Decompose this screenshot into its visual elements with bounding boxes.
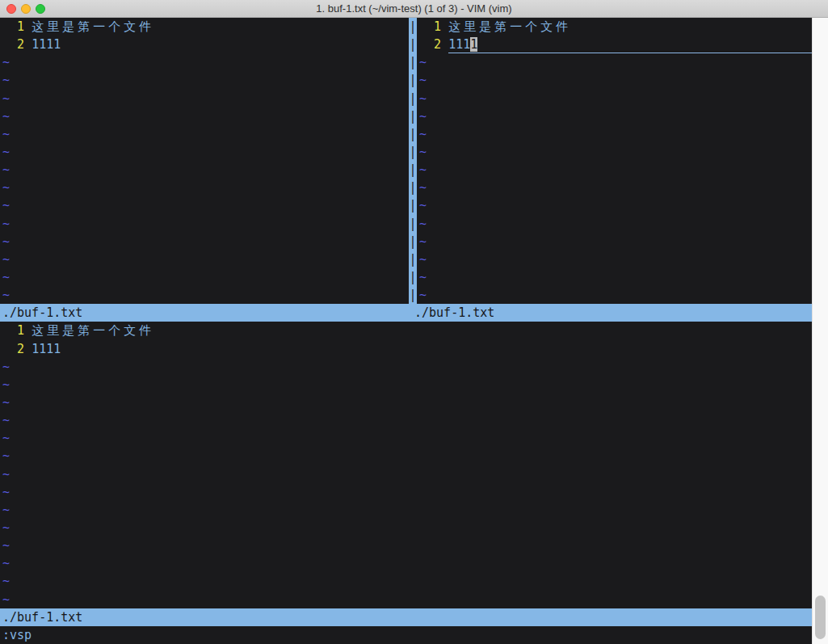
tilde-marker: ~ <box>0 411 812 429</box>
tilde-marker: ~ <box>417 286 812 304</box>
line-number: 2 <box>419 36 448 53</box>
buffer-line[interactable]: 2 1111 <box>417 36 812 53</box>
titlebar[interactable]: 1. buf-1.txt (~/vim-test) (1 of 3) - VIM… <box>0 0 828 18</box>
tilde-marker: ~ <box>0 161 409 179</box>
separator-bar-glyph: | <box>409 161 417 179</box>
tilde-marker: ~ <box>0 376 812 394</box>
tilde-marker: ~ <box>417 250 812 268</box>
buffer-line[interactable]: 2 1111 <box>0 340 812 358</box>
vim-editor[interactable]: 1 这里是第一个文件 2 1111~~~~~~~~~~~~~~ ||||||||… <box>0 18 812 644</box>
separator-bar-glyph: | <box>409 196 417 214</box>
tilde-marker: ~ <box>417 161 812 179</box>
tilde-marker: ~ <box>417 215 812 233</box>
statusline-top-left: ./buf-1.txt <box>0 304 412 322</box>
tilde-marker: ~ <box>0 554 812 572</box>
tilde-marker: ~ <box>0 465 812 483</box>
tilde-marker: ~ <box>417 196 812 214</box>
separator-bar-glyph: | <box>409 36 417 53</box>
tilde-marker: ~ <box>417 179 812 196</box>
tilde-marker: ~ <box>417 71 812 89</box>
tilde-marker: ~ <box>0 53 409 71</box>
line-number: 1 <box>419 18 448 36</box>
tilde-marker: ~ <box>0 429 812 447</box>
buffer-line[interactable]: 1 这里是第一个文件 <box>0 322 812 339</box>
tilde-marker: ~ <box>0 572 812 590</box>
tilde-marker: ~ <box>0 107 409 125</box>
separator-bar-glyph: | <box>409 233 417 250</box>
text-before-cursor: 111 <box>448 37 470 52</box>
separator-bar-glyph: | <box>409 90 417 107</box>
tilde-marker: ~ <box>0 125 409 143</box>
separator-bar-glyph: | <box>409 71 417 89</box>
statusline-top-right: ./buf-1.txt <box>412 304 812 322</box>
separator-bar-glyph: | <box>409 215 417 233</box>
vertical-split-separator[interactable]: |||||||||||||||| <box>409 18 417 304</box>
tilde-marker: ~ <box>417 233 812 250</box>
command-line[interactable]: :vsp <box>0 626 812 644</box>
separator-bar-glyph: | <box>409 53 417 71</box>
tilde-marker: ~ <box>417 107 812 125</box>
tilde-marker: ~ <box>0 519 812 537</box>
buffer-line[interactable]: 2 1111 <box>0 36 409 53</box>
tilde-marker: ~ <box>0 591 812 608</box>
separator-bar-glyph: | <box>409 107 417 125</box>
tilde-marker: ~ <box>0 447 812 465</box>
tilde-marker: ~ <box>0 250 409 268</box>
separator-bar-glyph: | <box>409 268 417 286</box>
tilde-marker: ~ <box>417 90 812 107</box>
line-text: 这里是第一个文件 <box>448 18 571 36</box>
vim-window-top-left[interactable]: 1 这里是第一个文件 2 1111~~~~~~~~~~~~~~ <box>0 18 409 304</box>
vim-app-window: 1. buf-1.txt (~/vim-test) (1 of 3) - VIM… <box>0 0 828 644</box>
line-text: 1111 <box>32 36 61 53</box>
window-controls <box>6 4 45 14</box>
separator-bar-glyph: | <box>409 143 417 161</box>
top-split: 1 这里是第一个文件 2 1111~~~~~~~~~~~~~~ ||||||||… <box>0 18 812 304</box>
cursor-block: 1 <box>470 37 477 52</box>
tilde-marker: ~ <box>0 233 409 250</box>
line-text: 这里是第一个文件 <box>32 322 154 339</box>
tilde-marker: ~ <box>0 268 409 286</box>
line-number: 2 <box>2 340 32 358</box>
vim-window-bottom[interactable]: 1 这里是第一个文件 2 1111~~~~~~~~~~~~~~ <box>0 322 812 608</box>
tilde-marker: ~ <box>0 196 409 214</box>
statusline-bottom: ./buf-1.txt <box>0 608 812 626</box>
tilde-marker: ~ <box>0 394 812 411</box>
separator-bar-glyph: | <box>409 18 417 36</box>
buffer-line[interactable]: 1 这里是第一个文件 <box>417 18 812 36</box>
vim-window-top-right[interactable]: 1 这里是第一个文件 2 1111~~~~~~~~~~~~~~ <box>417 18 812 304</box>
tilde-marker: ~ <box>0 537 812 554</box>
tilde-marker: ~ <box>417 268 812 286</box>
tilde-marker: ~ <box>0 179 409 196</box>
scrollbar-thumb[interactable] <box>815 596 826 639</box>
line-text: 1111 <box>32 340 61 358</box>
close-button[interactable] <box>6 4 16 14</box>
line-text: 1111 <box>448 36 812 53</box>
tilde-marker: ~ <box>417 125 812 143</box>
tilde-marker: ~ <box>0 358 812 376</box>
window-title: 1. buf-1.txt (~/vim-test) (1 of 3) - VIM… <box>0 2 828 15</box>
line-number: 2 <box>2 36 32 53</box>
tilde-marker: ~ <box>0 143 409 161</box>
separator-bar-glyph: | <box>409 179 417 196</box>
scrollbar[interactable] <box>812 18 828 644</box>
tilde-marker: ~ <box>0 71 409 89</box>
tilde-marker: ~ <box>0 215 409 233</box>
separator-bar-glyph: | <box>409 250 417 268</box>
line-number: 1 <box>2 18 32 36</box>
tilde-marker: ~ <box>0 286 409 304</box>
separator-bar-glyph: | <box>409 286 417 304</box>
line-number: 1 <box>2 322 32 339</box>
tilde-marker: ~ <box>0 483 812 501</box>
minimize-button[interactable] <box>21 4 31 14</box>
tilde-marker: ~ <box>0 501 812 519</box>
buffer-line[interactable]: 1 这里是第一个文件 <box>0 18 409 36</box>
line-text: 这里是第一个文件 <box>32 18 154 36</box>
tilde-marker: ~ <box>417 53 812 71</box>
zoom-button[interactable] <box>36 4 45 14</box>
tilde-marker: ~ <box>0 90 409 107</box>
tilde-marker: ~ <box>417 143 812 161</box>
separator-bar-glyph: | <box>409 125 417 143</box>
window-content: 1 这里是第一个文件 2 1111~~~~~~~~~~~~~~ ||||||||… <box>0 18 828 644</box>
statusline-row: ./buf-1.txt ./buf-1.txt <box>0 304 812 322</box>
